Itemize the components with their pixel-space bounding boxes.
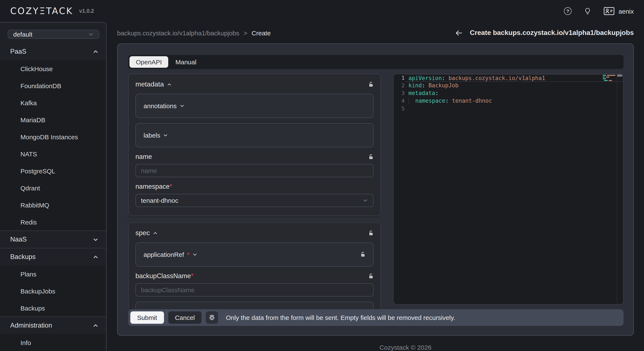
lightbulb-icon[interactable] [584,7,592,15]
namespace-field-label: namespace* [136,182,374,191]
application-ref-collapsible[interactable]: applicationRef* [136,242,374,267]
editor-scrollbar[interactable] [617,74,622,77]
chevron-up-icon [93,49,98,54]
submit-button[interactable]: Submit [130,312,164,324]
user-menu[interactable]: aenix [604,7,634,15]
indent-guide [408,97,409,105]
backup-class-input[interactable] [136,283,374,296]
chevron-down-icon [192,252,197,257]
unlock-icon[interactable] [368,154,374,160]
sidebar-item-plans[interactable]: Plans [0,266,106,282]
sidebar-item-backupjobs[interactable]: BackupJobs [0,282,106,300]
plan-ref-collapsible[interactable]: planRef [136,302,374,309]
editor-line: 5 [394,105,623,112]
chevron-up-icon [93,254,98,260]
chevron-up-icon [153,231,158,235]
breadcrumb-current: Create [252,29,271,36]
sidebar-item-qdrant[interactable]: Qdrant [0,179,106,196]
form-note: Only the data from the form will be sent… [226,314,455,321]
page-title-wrap: Create backups.cozystack.io/v1alpha1/bac… [455,29,634,37]
bug-icon [208,314,216,321]
sidebar-item-nats[interactable]: NATS [0,145,106,162]
chevron-down-icon [362,198,368,203]
id-card-icon [604,7,614,15]
app-window: COZYΞTACK v1.0.2 ? [0,0,644,351]
page-title: Create backups.cozystack.io/v1alpha1/bac… [470,29,634,37]
unlock-icon[interactable] [368,230,374,236]
editor-line: 2 kind: BackupJob [394,82,623,90]
sidebar-item-backups[interactable]: Backups [0,300,106,316]
topbar-actions: ? aenix [564,7,634,15]
breadcrumb-row: backups.cozystack.io/v1alpha1/backupjobs… [117,22,634,44]
sidebar-submenu-administration: Info [0,334,106,351]
unlock-icon[interactable] [368,82,374,87]
chevron-down-icon [180,104,184,108]
create-form-panel: OpenAPI Manual metadata [117,44,634,336]
form-column: metadata annota [128,74,381,309]
sidebar-item-info[interactable]: Info [0,334,106,351]
sidebar-submenu-paas: ClickHouse FoundationDB Kafka MariaDB Mo… [0,60,106,230]
chevron-down-icon [163,133,168,138]
editor-minimap [603,75,617,82]
sidebar-item-redis[interactable]: Redis [0,214,106,230]
namespace-select[interactable]: tenant-dhnoc [136,194,374,207]
chevron-up-icon [93,323,98,328]
sidebar-item-kafka[interactable]: Kafka [0,94,106,111]
chevron-up-icon [167,82,172,87]
unlock-icon[interactable] [368,273,374,279]
editor-line: 3 metadata: [394,90,623,97]
name-field-label: name [136,152,374,161]
version-label: v1.0.2 [79,8,94,14]
top-bar: COZYΞTACK v1.0.2 ? [0,0,644,22]
sidebar-item-postgresql[interactable]: PostgreSQL [0,162,106,179]
username-label: aenix [618,8,634,15]
sidebar-group-paas[interactable]: PaaS [0,43,106,60]
namespace-select-value: tenant-dhnoc [141,197,178,204]
back-arrow-icon[interactable] [455,29,463,37]
sidebar-group-naas[interactable]: NaaS [0,231,106,248]
actions-bar: Submit Cancel Only the data from the for… [128,309,624,326]
sidebar-item-mariadb[interactable]: MariaDB [0,111,106,128]
chevron-down-icon [93,237,98,242]
sidebar-item-mongodb-instances[interactable]: MongoDB Instances [0,128,106,145]
editor-line: 1 apiVersion: backups.cozystack.io/v1alp… [394,74,623,82]
sidebar-item-foundationdb[interactable]: FoundationDB [0,77,106,94]
metadata-toggle[interactable]: metadata [136,80,172,88]
form-mode-tabbar: OpenAPI Manual [128,55,624,69]
project-select-value: default [13,31,32,38]
spec-header: spec [136,229,374,237]
backup-class-field-label: backupClassName* [136,272,374,280]
sidebar-item-rabbitmq[interactable]: RabbitMQ [0,196,106,214]
sidebar: default PaaS ClickHouse FoundationDB Kaf… [0,22,106,351]
tab-manual[interactable]: Manual [169,56,203,68]
minimap-divider [617,74,617,304]
help-icon[interactable]: ? [564,7,572,15]
spec-section: spec applicatio [128,222,381,309]
breadcrumb-separator: > [244,29,248,36]
cancel-button[interactable]: Cancel [168,312,202,324]
sidebar-group-administration[interactable]: Administration [0,317,106,334]
metadata-section: metadata annota [128,74,381,216]
project-select[interactable]: default [8,30,99,39]
sidebar-group-backups[interactable]: Backups [0,248,106,266]
sidebar-submenu-backups: Plans BackupJobs Backups [0,266,106,316]
yaml-editor[interactable]: 1 apiVersion: backups.cozystack.io/v1alp… [393,74,624,304]
sidebar-item-clickhouse[interactable]: ClickHouse [0,60,106,77]
main-content: backups.cozystack.io/v1alpha1/backupjobs… [106,22,644,351]
cozystack-logo[interactable]: COZYΞTACK [10,6,73,16]
name-input[interactable] [136,164,374,177]
debug-button[interactable] [206,312,218,324]
labels-collapsible[interactable]: labels [136,123,374,148]
annotations-collapsible[interactable]: annotations [136,94,374,118]
spec-toggle[interactable]: spec [136,229,158,237]
chevron-down-icon [88,32,94,37]
footer-copyright: Cozystack © 2026 [106,344,644,351]
breadcrumb-link[interactable]: backups.cozystack.io/v1alpha1/backupjobs [117,29,239,36]
editor-line: 4 namespace: tenant-dhnoc [394,97,623,105]
unlock-icon[interactable] [360,252,366,257]
metadata-header: metadata [136,80,374,88]
tab-openapi[interactable]: OpenAPI [130,56,168,68]
